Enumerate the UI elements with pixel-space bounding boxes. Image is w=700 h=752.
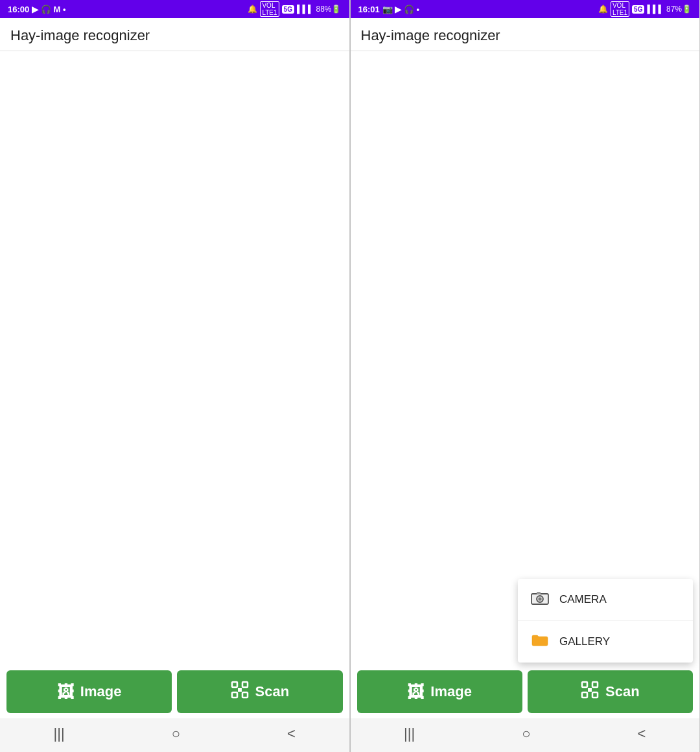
svg-point-7 xyxy=(539,598,542,601)
right-vol-icon: VOLLTE1 xyxy=(611,1,629,17)
left-status-left: 16:00 ▶ 🎧 M • xyxy=(8,5,65,14)
right-app-bar: Hay-image recognizer xyxy=(351,18,700,51)
right-phone-panel: 16:01 📷 ▶ 🎧 • 🔔 VOLLTE1 5G ▌▌▌ 87%🔋 Hay-… xyxy=(351,0,701,752)
gallery-icon xyxy=(531,633,549,651)
left-status-right: 🔔 VOLLTE1 5G ▌▌▌ 88%🔋 xyxy=(248,1,341,17)
svg-rect-13 xyxy=(588,688,592,692)
popup-camera-label: CAMERA xyxy=(559,593,607,606)
left-status-icons-left: ▶ 🎧 M • xyxy=(32,5,65,14)
right-back-icon[interactable]: < xyxy=(638,725,646,742)
right-battery: 87%🔋 xyxy=(666,5,692,14)
svg-rect-11 xyxy=(582,692,587,698)
right-status-right: 🔔 VOLLTE1 5G ▌▌▌ 87%🔋 xyxy=(598,1,692,17)
left-vol-icon: VOLLTE1 xyxy=(260,1,279,17)
left-app-title: Hay-image recognizer xyxy=(10,27,150,43)
svg-rect-10 xyxy=(592,682,598,687)
right-status-bar: 16:01 📷 ▶ 🎧 • 🔔 VOLLTE1 5G ▌▌▌ 87%🔋 xyxy=(351,0,700,18)
left-phone-panel: 16:00 ▶ 🎧 M • 🔔 VOLLTE1 5G ▌▌▌ 88%🔋 Hay-… xyxy=(0,0,350,752)
left-back-icon[interactable]: < xyxy=(287,725,296,742)
popup-gallery-label: GALLERY xyxy=(559,635,610,648)
left-scan-icon xyxy=(231,681,249,703)
right-home-icon[interactable]: ○ xyxy=(522,725,530,742)
svg-rect-0 xyxy=(232,682,237,687)
popup-gallery-item[interactable]: GALLERY xyxy=(518,621,693,663)
right-signal-icon: ▌▌▌ xyxy=(647,5,664,14)
right-time: 16:01 xyxy=(358,5,380,14)
left-image-button[interactable]: 🖼 Image xyxy=(6,670,172,713)
svg-rect-4 xyxy=(238,688,242,692)
svg-rect-12 xyxy=(592,692,598,698)
right-image-label: Image xyxy=(430,683,472,700)
left-status-bar: 16:00 ▶ 🎧 M • 🔔 VOLLTE1 5G ▌▌▌ 88%🔋 xyxy=(0,0,349,18)
right-scan-button[interactable]: Scan xyxy=(528,670,693,713)
svg-rect-3 xyxy=(242,692,248,698)
right-bottom-bar: 🖼 Image Scan xyxy=(351,665,700,718)
left-signal-icon: ▌▌▌ xyxy=(297,5,314,14)
right-content-area xyxy=(351,51,700,665)
popup-camera-item[interactable]: CAMERA xyxy=(518,579,693,621)
right-image-icon: 🖼 xyxy=(407,682,424,702)
right-status-left: 16:01 📷 ▶ 🎧 • xyxy=(358,5,420,14)
popup-menu: CAMERA GALLERY xyxy=(518,579,693,663)
svg-rect-8 xyxy=(537,592,541,594)
left-scan-button[interactable]: Scan xyxy=(177,670,342,713)
right-image-button[interactable]: 🖼 Image xyxy=(357,670,522,713)
left-scan-label: Scan xyxy=(255,683,290,700)
right-app-title: Hay-image recognizer xyxy=(361,27,500,43)
left-image-icon: 🖼 xyxy=(57,682,74,702)
svg-rect-1 xyxy=(242,682,248,687)
right-status-icons-left: 📷 ▶ 🎧 • xyxy=(382,5,419,14)
right-scan-icon xyxy=(581,681,599,703)
left-battery: 88%🔋 xyxy=(316,5,341,14)
svg-rect-9 xyxy=(582,682,587,687)
right-nav-bar: ||| ○ < xyxy=(351,718,700,752)
left-image-label: Image xyxy=(80,683,122,700)
right-scan-label: Scan xyxy=(605,683,640,700)
left-bottom-bar: 🖼 Image Scan xyxy=(0,665,349,718)
right-alarm-icon: 🔔 xyxy=(598,5,608,14)
left-5g-badge: 5G xyxy=(282,5,294,14)
left-content-area xyxy=(0,51,349,665)
svg-rect-2 xyxy=(232,692,237,698)
left-app-bar: Hay-image recognizer xyxy=(0,18,349,51)
left-recent-icon[interactable]: ||| xyxy=(54,725,65,742)
camera-icon xyxy=(531,591,549,609)
right-5g-badge: 5G xyxy=(632,5,644,14)
left-home-icon[interactable]: ○ xyxy=(172,725,180,742)
left-time: 16:00 xyxy=(8,5,29,14)
right-recent-icon[interactable]: ||| xyxy=(404,725,415,742)
left-alarm-icon: 🔔 xyxy=(248,5,257,14)
left-nav-bar: ||| ○ < xyxy=(0,718,349,752)
